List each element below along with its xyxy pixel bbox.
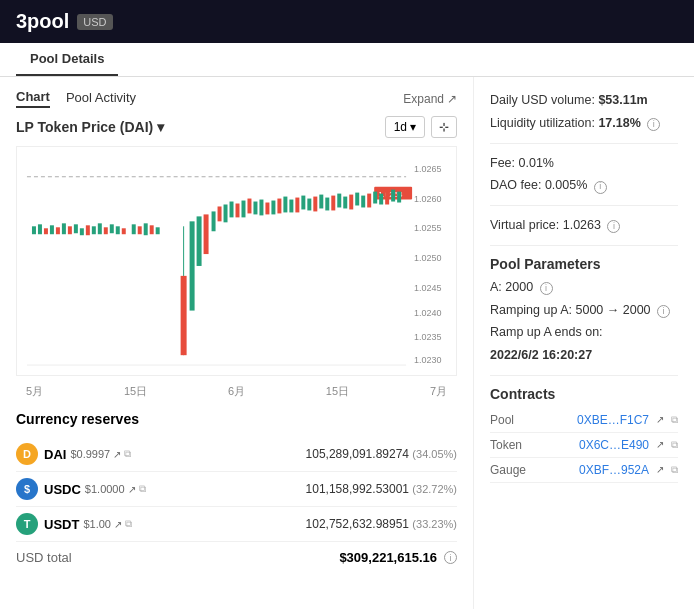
tab-pool-details[interactable]: Pool Details [16,43,118,76]
dai-amount: 105,289,091.89274 (34.05%) [306,447,457,461]
contract-token-address[interactable]: 0X6C…E490 [579,438,649,452]
svg-rect-40 [230,202,234,218]
usdt-symbol: USDT [44,517,79,532]
svg-rect-16 [62,223,66,234]
svg-rect-47 [271,201,275,215]
contract-pool-link-icon[interactable]: ↗ [656,414,664,425]
usd-total-info-icon[interactable]: i [444,551,457,564]
chart-controls: 1d ▾ ⊹ [385,116,457,138]
dai-icon: D [16,443,38,465]
contract-gauge-address[interactable]: 0XBF…952A [579,463,649,477]
liquidity-info-icon[interactable]: i [647,118,660,131]
contract-gauge-copy-icon[interactable]: ⧉ [671,464,678,476]
divider-1 [490,143,678,144]
svg-rect-21 [92,226,96,234]
period-selector[interactable]: 1d ▾ [385,116,425,138]
contract-row-token: Token 0X6C…E490 ↗ ⧉ [490,433,678,458]
usdc-price: $1.0000 [85,483,125,495]
tab-pool-activity[interactable]: Pool Activity [66,90,136,107]
pool-name: 3pool [16,10,69,33]
svg-rect-49 [283,197,287,213]
contract-pool-address-group: 0XBE…F1C7 ↗ ⧉ [577,413,678,427]
dai-link-icon[interactable]: ↗ [113,449,121,460]
contract-gauge-link-icon[interactable]: ↗ [656,464,664,475]
usd-total-value: $309,221,615.16 [339,550,437,565]
svg-text:1.0230: 1.0230 [414,355,441,365]
usdc-copy-icon[interactable]: ⧉ [139,483,146,495]
contract-row-pool: Pool 0XBE…F1C7 ↗ ⧉ [490,408,678,433]
svg-rect-59 [343,197,347,209]
usdc-icon: $ [16,478,38,500]
usdt-icon: T [16,513,38,535]
main-content: Chart Pool Activity Expand ↗ LP Token Pr… [0,77,694,609]
svg-rect-23 [104,227,108,234]
currency-reserves-title: Currency reserves [16,411,457,427]
chart-tabs: Chart Pool Activity Expand ↗ [16,89,457,108]
svg-text:1.0240: 1.0240 [414,308,441,318]
usd-badge: USD [77,14,112,30]
tab-chart[interactable]: Chart [16,89,50,108]
usdt-amount: 102,752,632.98951 (33.23%) [306,517,457,531]
dao-fee-info-icon[interactable]: i [594,181,607,194]
liquidity-value: 17.18% [598,116,640,130]
svg-rect-39 [224,204,228,222]
usdt-price: $1.00 [83,518,111,530]
contract-token-copy-icon[interactable]: ⧉ [671,439,678,451]
svg-rect-30 [150,225,154,234]
usdt-copy-icon[interactable]: ⧉ [125,518,132,530]
page-header: 3pool USD [0,0,694,43]
svg-rect-14 [50,225,54,234]
a-param: A: 2000 i [490,278,678,297]
usdt-link-icon[interactable]: ↗ [114,519,122,530]
svg-rect-46 [265,203,269,215]
svg-text:1.0260: 1.0260 [414,194,441,204]
ramping-info-icon[interactable]: i [657,305,670,318]
contract-pool-label: Pool [490,413,540,427]
svg-rect-17 [68,226,72,234]
svg-rect-13 [44,228,48,234]
svg-rect-60 [349,195,353,210]
usdc-symbol: USDC [44,482,81,497]
svg-rect-20 [86,225,90,235]
virtual-price-value: 1.0263 [563,218,601,232]
svg-rect-42 [241,201,245,218]
svg-rect-65 [379,194,383,205]
divider-4 [490,375,678,376]
usdc-link-icon[interactable]: ↗ [128,484,136,495]
svg-rect-48 [277,199,281,214]
divider-3 [490,245,678,246]
contract-row-gauge: Gauge 0XBF…952A ↗ ⧉ [490,458,678,483]
svg-rect-54 [313,197,317,212]
usdc-amount: 101,158,992.53001 (32.72%) [306,482,457,496]
pool-params-title: Pool Parameters [490,256,678,272]
svg-rect-27 [132,224,136,234]
left-panel: Chart Pool Activity Expand ↗ LP Token Pr… [0,77,474,609]
currency-row-usdt: T USDT $1.00 ↗ ⧉ 102,752,632.98951 (33.2… [16,507,457,542]
a-info-icon[interactable]: i [540,282,553,295]
dao-fee-stat: DAO fee: 0.005% i [490,176,678,195]
svg-rect-38 [218,206,222,221]
contract-token-link-icon[interactable]: ↗ [656,439,664,450]
fee-stat: Fee: 0.01% [490,154,678,173]
virtual-price-info-icon[interactable]: i [607,220,620,233]
expand-button[interactable]: Expand ↗ [403,92,457,106]
svg-rect-34 [190,221,195,310]
svg-rect-57 [331,196,335,211]
contract-token-label: Token [490,438,540,452]
contract-pool-copy-icon[interactable]: ⧉ [671,414,678,426]
dai-copy-icon[interactable]: ⧉ [124,448,131,460]
cursor-button[interactable]: ⊹ [431,116,457,138]
svg-rect-62 [361,196,365,208]
lp-token-selector[interactable]: LP Token Price (DAI) ▾ [16,119,164,135]
ramping-param: Ramping up A: 5000 → 2000 i [490,301,678,320]
svg-rect-55 [319,195,323,209]
svg-rect-12 [38,224,42,234]
svg-rect-66 [385,192,389,205]
svg-rect-52 [301,196,305,210]
svg-rect-24 [110,224,114,233]
svg-text:1.0235: 1.0235 [414,332,441,342]
svg-rect-28 [138,226,142,234]
contracts-title: Contracts [490,386,678,402]
svg-rect-11 [32,226,36,234]
contract-pool-address[interactable]: 0XBE…F1C7 [577,413,649,427]
